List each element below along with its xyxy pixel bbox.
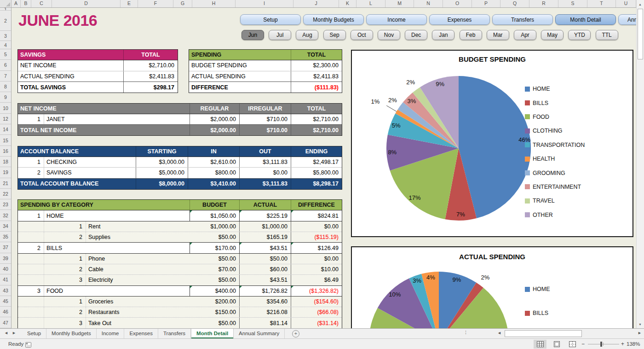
net-income-header[interactable]: NET INCOME (18, 104, 190, 114)
category-header[interactable]: SPENDING BY CATEGORY (18, 200, 190, 210)
legend-item[interactable]: HOME (525, 82, 585, 96)
cell[interactable]: $2,411.83 (124, 71, 178, 81)
row-header-47[interactable]: 47 (0, 317, 11, 328)
column-header-o[interactable]: O (443, 0, 472, 7)
cell[interactable]: STARTING (136, 146, 188, 157)
cell[interactable]: $2,710.00 (291, 125, 342, 135)
cell[interactable]: 2 (44, 232, 86, 242)
row-header-45[interactable]: 45 (0, 296, 11, 307)
column-header-m[interactable]: M (385, 0, 414, 7)
column-header-l[interactable]: L (356, 0, 385, 7)
row-header-41[interactable]: 41 (0, 274, 11, 285)
column-header-t[interactable]: T (587, 0, 616, 7)
row-header-6[interactable]: 6 (0, 60, 11, 70)
cell[interactable]: $50.00 (190, 275, 240, 285)
legend-item[interactable]: TRANSPORTATION (525, 138, 585, 152)
cell[interactable]: $1,726.82 (240, 286, 291, 296)
cell[interactable]: SAVINGS (44, 168, 136, 178)
column-header-f[interactable]: F (138, 0, 173, 7)
row-header-2[interactable]: 2 (0, 11, 11, 31)
row-header-15[interactable]: 15 (0, 135, 11, 145)
sheet-tab-setup[interactable]: Setup (22, 329, 46, 338)
cell[interactable]: ACTUAL (240, 200, 291, 210)
month-button-ttl[interactable]: TTL (596, 30, 618, 40)
legend-item[interactable]: GROOMING (525, 166, 585, 180)
cell[interactable] (18, 232, 44, 242)
cell[interactable]: $8,000.00 (136, 179, 188, 189)
column-header-k[interactable]: K (339, 0, 356, 7)
month-button-dec[interactable]: Dec (405, 30, 427, 40)
cell[interactable] (18, 307, 44, 317)
row-header-40[interactable]: 40 (0, 264, 11, 274)
cell[interactable]: TOTAL NET INCOME (18, 125, 190, 135)
cell[interactable]: $8,298.17 (291, 179, 342, 189)
legend-item[interactable]: TRAVEL (525, 194, 585, 208)
cell[interactable]: TOTAL SAVINGS (18, 82, 124, 93)
row-header-39[interactable]: 39 (0, 253, 11, 264)
page-title[interactable]: JUNE 2016 (18, 12, 97, 29)
cell[interactable]: $216.08 (240, 307, 291, 317)
month-button-may[interactable]: May (541, 30, 564, 40)
column-header-e[interactable]: E (121, 0, 138, 7)
legend-item[interactable]: BILLS (525, 96, 585, 110)
row-header-12[interactable]: 12 (0, 114, 11, 124)
cell[interactable]: ACTUAL SPENDING (189, 71, 291, 81)
cell[interactable]: $2,498.17 (291, 157, 342, 167)
month-button-aug[interactable]: Aug (296, 30, 318, 40)
month-button-feb[interactable]: Feb (460, 30, 482, 40)
cell[interactable]: $50.00 (190, 232, 240, 242)
column-header-n[interactable]: N (414, 0, 443, 7)
cell[interactable]: IN (188, 146, 240, 157)
cell[interactable]: $1,000.00 (190, 221, 240, 232)
cell[interactable] (18, 297, 44, 307)
legend-item[interactable]: HEALTH (525, 152, 585, 166)
cell[interactable]: 2 (18, 168, 44, 178)
cell[interactable]: ACTUAL SPENDING (18, 71, 124, 81)
cell[interactable]: 3 (44, 318, 86, 328)
cell[interactable]: $0.00 (291, 221, 342, 232)
month-button-ytd[interactable]: YTD (568, 30, 591, 40)
cell[interactable]: $2,610.00 (188, 157, 240, 167)
cell[interactable]: ($66.08) (291, 307, 342, 317)
month-button-jul[interactable]: Jul (269, 30, 291, 40)
cell[interactable]: $0.00 (291, 254, 342, 264)
column-header-r[interactable]: R (529, 0, 558, 7)
legend-item[interactable]: CLOTHING (525, 124, 585, 138)
cell[interactable]: Supplies (86, 232, 190, 242)
cell[interactable]: $824.81 (291, 210, 342, 221)
cell[interactable]: $70.00 (190, 264, 240, 274)
legend-item[interactable]: HOME (525, 277, 585, 301)
cell[interactable] (18, 254, 44, 264)
hscroll-left-icon[interactable]: ◄ (497, 331, 501, 335)
column-header-j[interactable]: J (293, 0, 339, 7)
cell[interactable]: $170.00 (190, 243, 240, 253)
normal-view-icon[interactable] (534, 340, 546, 349)
nav-button-expenses[interactable]: Expenses (429, 14, 490, 25)
column-header-i[interactable]: I (236, 0, 293, 7)
cell[interactable]: $43.51 (240, 275, 291, 285)
row-header-5[interactable]: 5 (0, 49, 11, 60)
cell[interactable]: TOTAL (291, 104, 342, 114)
nav-button-income[interactable]: Income (366, 14, 427, 25)
cell[interactable]: 2 (44, 264, 86, 274)
cell[interactable]: 1 (44, 254, 86, 264)
cell[interactable]: $225.19 (240, 210, 291, 221)
nav-button-annual-summary[interactable]: Annual Summary (618, 14, 636, 25)
legend-item[interactable]: FOOD (525, 325, 585, 328)
cell[interactable]: 3 (18, 286, 44, 296)
cell[interactable]: OUT (240, 146, 291, 157)
cell[interactable]: IRREGULAR (240, 104, 291, 114)
select-all-corner[interactable] (0, 0, 12, 7)
row-header-46[interactable]: 46 (0, 307, 11, 317)
cell[interactable]: $81.14 (240, 318, 291, 328)
cell[interactable]: Electricity (86, 275, 190, 285)
sheet-tab-income[interactable]: Income (97, 329, 125, 338)
horizontal-scroll-thumb[interactable] (505, 330, 582, 337)
cell[interactable] (18, 275, 44, 285)
cell[interactable]: $1,050.00 (190, 210, 240, 221)
row-header-8[interactable]: 8 (0, 81, 11, 92)
row-header-14[interactable]: 14 (0, 124, 11, 135)
cell[interactable]: 2 (44, 307, 86, 317)
vertical-scroll-thumb[interactable] (638, 9, 643, 59)
cell[interactable]: Rent (86, 221, 190, 232)
